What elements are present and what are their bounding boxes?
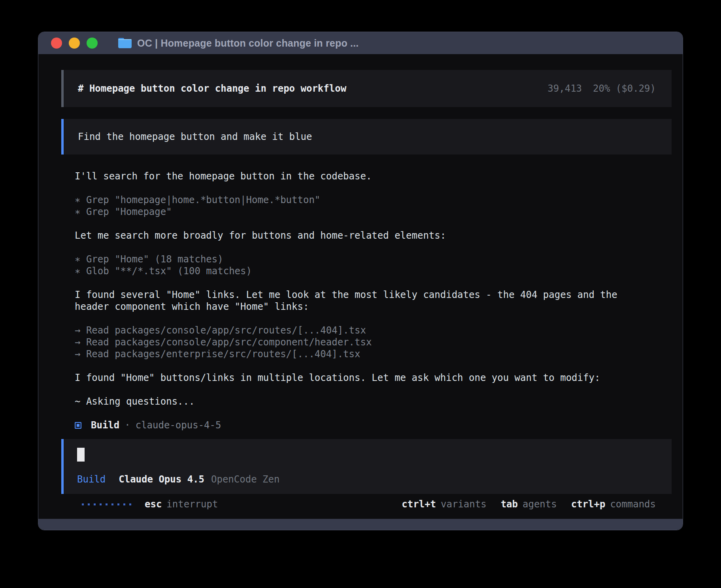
shortcut-commands: ctrl+p commands <box>571 498 656 510</box>
status-bar: esc interrupt ctrl+t variants tab agents… <box>61 494 672 514</box>
session-stats: 39,41320% ($0.29) <box>547 83 656 94</box>
agent-task-row: Build · claude-opus-4-5 <box>75 419 672 431</box>
shortcut-label: variants <box>441 498 487 510</box>
tool-call-read: → Read packages/console/app/src/routes/[… <box>75 324 672 336</box>
close-button[interactable] <box>51 38 62 49</box>
text-cursor <box>77 448 85 462</box>
window-title: OC | Homepage button color change in rep… <box>137 38 359 49</box>
agent-name: Build <box>91 419 119 431</box>
esc-key-label: interrupt <box>166 498 218 510</box>
tool-call-grep: ∗ Grep "Home" (18 matches) <box>75 253 672 265</box>
window-titlebar[interactable]: OC | Homepage button color change in rep… <box>38 32 683 54</box>
token-count: 39,413 <box>547 83 582 94</box>
tool-call-grep: ∗ Grep "homepage|home.*button|Home.*butt… <box>75 194 672 206</box>
shortcut-key: ctrl+t <box>402 498 436 510</box>
assistant-output: I'll search for the homepage button in t… <box>61 170 672 431</box>
terminal-window: OC | Homepage button color change in rep… <box>38 32 683 530</box>
folder-icon <box>118 38 132 48</box>
shortcut-label: commands <box>610 498 656 510</box>
tool-call-glob: ∗ Glob "**/*.tsx" (100 matches) <box>75 265 672 277</box>
mode-indicator[interactable]: Build <box>77 473 106 485</box>
context-usage: 20% ($0.29) <box>593 83 656 94</box>
working-status: ~ Asking questions... <box>75 396 672 407</box>
assistant-text: Let me search more broadly for buttons a… <box>75 230 672 241</box>
minimize-button[interactable] <box>69 38 80 49</box>
shortcut-label: agents <box>523 498 557 510</box>
input-footer: Build Claude Opus 4.5 OpenCode Zen <box>77 473 656 485</box>
status-right: ctrl+t variants tab agents ctrl+p comman… <box>402 498 656 510</box>
user-message-text: Find the homepage button and make it blu… <box>78 131 312 142</box>
shortcut-key: tab <box>501 498 518 510</box>
status-left: esc interrupt <box>82 498 218 510</box>
assistant-text: I'll search for the homepage button in t… <box>75 170 672 182</box>
assistant-text: I found several "Home" links. Let me loo… <box>75 289 640 313</box>
shortcut-key: ctrl+p <box>571 498 606 510</box>
agent-model: claude-opus-4-5 <box>136 419 221 431</box>
tool-call-read: → Read packages/console/app/src/componen… <box>75 336 672 348</box>
session-title: # Homepage button color change in repo w… <box>78 83 346 94</box>
prompt-input[interactable]: Build Claude Opus 4.5 OpenCode Zen <box>61 439 672 494</box>
agent-task-icon <box>75 422 81 429</box>
tool-call-grep: ∗ Grep "Homepage" <box>75 206 672 218</box>
assistant-text: I found "Home" buttons/links in multiple… <box>75 372 672 384</box>
window-bottom-chrome <box>38 519 683 530</box>
traffic-lights <box>51 38 98 49</box>
model-indicator[interactable]: Claude Opus 4.5 <box>119 473 204 485</box>
terminal-content: # Homepage button color change in repo w… <box>38 54 683 519</box>
session-header: # Homepage button color change in repo w… <box>61 70 672 107</box>
esc-key-hint: esc <box>145 498 162 510</box>
user-message: Find the homepage button and make it blu… <box>61 119 672 155</box>
shortcut-variants: ctrl+t variants <box>402 498 486 510</box>
zoom-button[interactable] <box>87 38 98 49</box>
tool-call-read: → Read packages/enterprise/src/routes/[.… <box>75 348 672 360</box>
shortcut-agents: tab agents <box>501 498 557 510</box>
provider-indicator: OpenCode Zen <box>211 473 279 485</box>
spinner-dots-icon <box>82 503 131 505</box>
separator-dot: · <box>125 419 130 431</box>
